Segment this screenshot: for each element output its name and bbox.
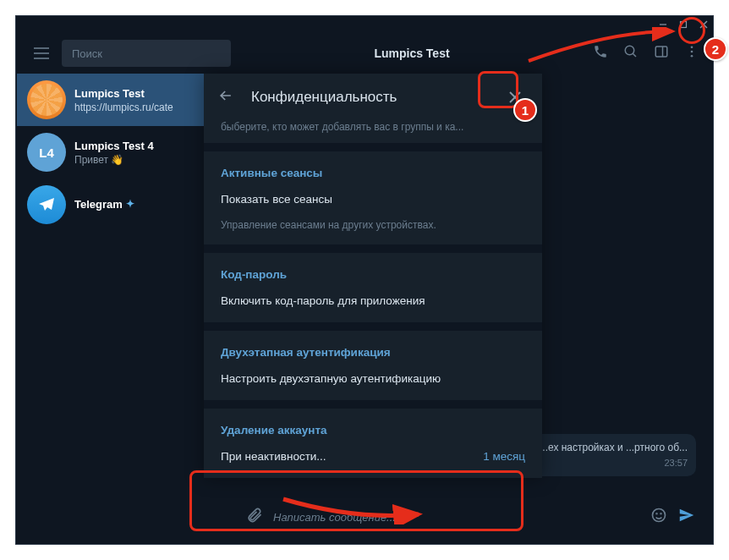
enable-passcode-item[interactable]: Включить код-пароль для приложения bbox=[204, 286, 542, 316]
message-time: 23:57 bbox=[540, 457, 688, 469]
section-active-sessions: Активные сеансы Показать все сеансы Упра… bbox=[204, 151, 542, 253]
section-title: Удаление аккаунта bbox=[204, 420, 542, 442]
window-maximize-button[interactable] bbox=[676, 17, 691, 32]
window-minimize-button[interactable] bbox=[655, 17, 671, 32]
item-value: 1 месяц bbox=[483, 450, 525, 463]
chat-list-item[interactable]: Lumpics Test https://lumpics.ru/cate bbox=[17, 74, 228, 126]
message-input[interactable]: Написать сообщение... bbox=[273, 511, 640, 524]
svg-point-12 bbox=[691, 51, 693, 53]
chat-preview: https://lumpics.ru/cate bbox=[74, 102, 218, 113]
section-passcode: Код-пароль Включить код-пароль для прило… bbox=[204, 253, 542, 331]
chat-name: Lumpics Test 4 bbox=[74, 140, 218, 152]
svg-point-11 bbox=[691, 46, 693, 48]
svg-point-7 bbox=[625, 46, 634, 55]
svg-rect-9 bbox=[655, 47, 667, 57]
chat-title: Lumpics Test bbox=[231, 47, 593, 60]
chat-list-item[interactable]: Telegram ✦ bbox=[17, 178, 228, 231]
avatar bbox=[27, 80, 66, 119]
svg-point-14 bbox=[653, 509, 666, 522]
section-title: Код-пароль bbox=[204, 265, 542, 286]
window-close-button[interactable] bbox=[696, 17, 711, 32]
panel-close-button[interactable] bbox=[502, 84, 529, 111]
verified-icon: ✦ bbox=[126, 198, 134, 210]
section-title: Активные сеансы bbox=[204, 163, 542, 184]
section-hint-truncated: быберите, кто может добавлять вас в груп… bbox=[204, 121, 542, 151]
send-icon[interactable] bbox=[677, 506, 696, 528]
search-placeholder: Поиск bbox=[72, 47, 102, 60]
chat-preview: Привет 👋 bbox=[74, 154, 218, 166]
attach-icon[interactable] bbox=[246, 507, 263, 527]
more-icon[interactable] bbox=[684, 44, 699, 63]
message-bubble: ...ех настройках и ...ртного об... 23:57 bbox=[531, 434, 696, 476]
svg-point-13 bbox=[691, 55, 693, 58]
back-button[interactable] bbox=[217, 87, 234, 107]
avatar: L4 bbox=[27, 133, 66, 172]
item-label: При неактивности... bbox=[221, 450, 326, 463]
svg-line-8 bbox=[633, 53, 636, 57]
chat-name: Lumpics Test bbox=[74, 87, 218, 100]
inactivity-delete-item[interactable]: При неактивности... 1 месяц bbox=[204, 442, 542, 471]
section-hint: Управление сеансами на других устройства… bbox=[204, 214, 542, 238]
chat-list-item[interactable]: L4 Lumpics Test 4 Привет 👋 bbox=[17, 126, 228, 178]
avatar bbox=[27, 185, 66, 224]
section-two-step: Двухэтапная аутентификация Настроить дву… bbox=[204, 331, 542, 409]
emoji-icon[interactable] bbox=[650, 507, 667, 527]
configure-two-step-item[interactable]: Настроить двухэтапную аутентификацию bbox=[204, 364, 542, 393]
panel-title: Конфиденциальность bbox=[251, 89, 502, 106]
svg-rect-1 bbox=[681, 22, 687, 28]
call-icon[interactable] bbox=[593, 44, 608, 63]
search-input[interactable]: Поиск bbox=[62, 40, 231, 67]
svg-point-16 bbox=[660, 513, 661, 514]
sidepanel-icon[interactable] bbox=[654, 44, 669, 63]
section-title: Двухэтапная аутентификация bbox=[204, 343, 542, 364]
menu-button[interactable] bbox=[25, 36, 58, 70]
svg-point-15 bbox=[656, 513, 657, 514]
chat-name: Telegram ✦ bbox=[74, 198, 218, 211]
search-icon[interactable] bbox=[623, 44, 639, 63]
section-delete-account: Удаление аккаунта При неактивности... 1 … bbox=[204, 409, 542, 478]
show-all-sessions-item[interactable]: Показать все сеансы bbox=[204, 184, 542, 214]
privacy-settings-panel: Конфиденциальность быберите, кто может д… bbox=[204, 74, 542, 478]
